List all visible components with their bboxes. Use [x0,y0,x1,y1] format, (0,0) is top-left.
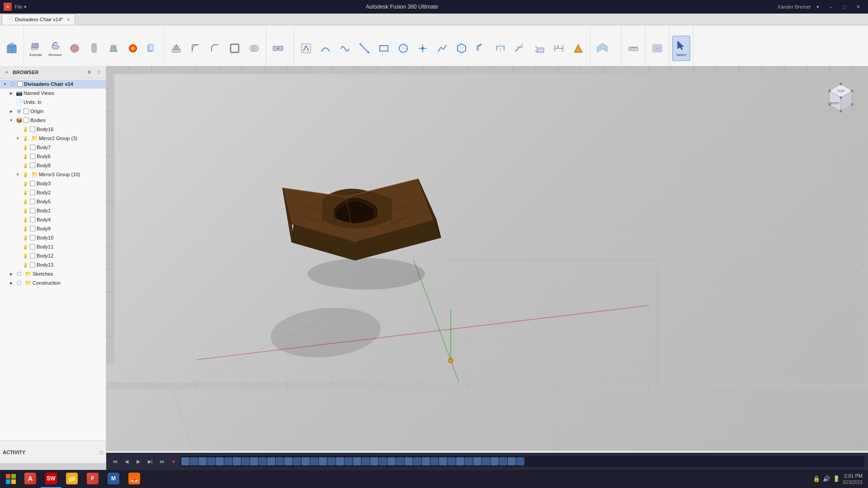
tree-bodies-expand[interactable]: ▼ [8,117,14,123]
press-pull-button[interactable] [167,36,185,61]
menu-file[interactable]: File ▾ [14,4,27,10]
timeline-item[interactable] [259,457,267,465]
tree-body3-checkbox[interactable] [30,181,35,186]
measure-button[interactable] [624,36,642,61]
decal-button[interactable] [648,36,666,61]
tree-mirror2-expand[interactable]: ▼ [14,135,21,141]
timeline-record-button[interactable]: ● [169,456,179,466]
timeline-item[interactable] [456,457,464,465]
tree-body4[interactable]: 💡 Body4 [0,215,106,224]
loft-button[interactable] [104,36,123,61]
timeline-item[interactable] [241,457,250,465]
tree-root[interactable]: ▼ ⬡ Divisadero Chair v14 [0,80,106,89]
arc-button[interactable] [316,36,335,61]
create-sketch-button[interactable] [297,36,315,61]
timeline-item[interactable] [293,457,301,465]
timeline-prev-button[interactable]: ◀ [122,456,132,466]
tree-body3[interactable]: 💡 Body3 [0,179,106,188]
view-cube[interactable]: TOP FRONT [821,77,861,118]
timeline-item[interactable] [473,457,481,465]
mirror-plane-button[interactable] [593,36,611,61]
polygon-button[interactable] [453,36,471,61]
timeline-item[interactable] [430,457,439,465]
tree-named-views[interactable]: ▶ 📷 Named Views [0,89,106,98]
timeline-item[interactable] [267,457,275,465]
tree-root-expand[interactable]: ▼ [2,81,8,87]
tree-body8-checkbox[interactable] [30,163,35,168]
tree-bodies-checkbox[interactable] [24,117,29,123]
timeline-item[interactable] [250,457,258,465]
tree-body1[interactable]: 💡 Body1 [0,206,106,215]
timeline-item[interactable] [353,457,361,465]
extrude-button[interactable]: Extrude [27,36,45,61]
tree-body7-checkbox[interactable] [30,145,35,150]
timeline-item[interactable] [413,457,421,465]
tree-body16[interactable]: ▶ 💡 Body16 [0,125,106,134]
timeline-item[interactable] [482,457,490,465]
tree-mirror2-group[interactable]: ▼ 💡 📁 Mirror2 Group (3) [0,134,106,143]
timeline-item[interactable] [448,457,456,465]
sketch-project-button[interactable] [530,36,548,61]
tree-body5[interactable]: 💡 Body5 [0,197,106,206]
browser-settings-button[interactable]: ⚙ [85,68,93,76]
tree-body6-checkbox[interactable] [30,154,35,159]
timeline-item[interactable] [336,457,344,465]
tree-units[interactable]: ▶ 📄 Units: in [0,98,106,107]
taskbar-fusion-icon2[interactable]: F [82,470,103,488]
tree-body8[interactable]: 💡 Body8 [0,161,106,170]
taskbar-firefox[interactable]: 🦊 [124,470,145,488]
timeline-item[interactable] [198,457,207,465]
tree-named-views-expand[interactable]: ▶ [8,90,14,96]
timeline-item[interactable] [499,457,507,465]
tree-body1-checkbox[interactable] [30,208,35,213]
timeline-item[interactable] [344,457,353,465]
timeline-item[interactable] [319,457,327,465]
timeline-item[interactable] [327,457,335,465]
timeline-item[interactable] [233,457,241,465]
timeline-start-button[interactable]: ⏮ [110,456,120,466]
tree-body10[interactable]: 💡 Body10 [0,233,106,242]
point-button[interactable] [414,36,432,61]
sketch-dimension-button[interactable]: d [550,36,568,61]
spline-button[interactable] [433,36,451,61]
tree-body12-checkbox[interactable] [30,253,35,258]
sphere-button[interactable] [66,36,84,61]
tree-body6[interactable]: 💡 Body6 [0,152,106,161]
model-button[interactable] [3,36,21,61]
timeline-item[interactable] [465,457,473,465]
timeline-item[interactable] [439,457,447,465]
taskbar-explorer[interactable]: 📁 [61,470,82,488]
combine-button[interactable] [245,36,263,61]
tree-root-checkbox[interactable] [17,81,23,87]
timeline-item[interactable] [181,457,189,465]
rectangle-button[interactable] [375,36,393,61]
tree-body13-checkbox[interactable] [30,262,35,267]
appearance-button[interactable] [124,36,142,61]
sketch-line-button[interactable] [355,36,373,61]
revolve-button[interactable]: Revolve [46,36,64,61]
tree-construction[interactable]: ▶ ⬡ 📁 Construction [0,278,106,287]
timeline-item[interactable] [190,457,198,465]
tree-origin-expand[interactable]: ▶ [8,108,14,114]
tab-close-button[interactable]: ✕ [66,17,70,22]
chamfer-button[interactable] [206,36,224,61]
windows-start-button[interactable] [2,470,20,488]
browser-expand-button[interactable]: □ [95,68,103,76]
document-tab[interactable]: 📄 Divisadero Chair v14* ✕ [2,14,75,25]
timeline-item[interactable] [491,457,499,465]
tree-origin[interactable]: ▶ ⊕ Origin [0,107,106,116]
fillet-button[interactable] [187,36,205,61]
tree-body9[interactable]: 💡 Body9 [0,224,106,233]
timeline-item[interactable] [302,457,310,465]
tree-body16-checkbox[interactable] [30,127,35,132]
trim-button[interactable] [511,36,529,61]
tree-origin-checkbox[interactable] [24,108,29,114]
tree-body5-checkbox[interactable] [30,199,35,204]
timeline-item[interactable] [396,457,404,465]
timeline-item[interactable] [310,457,318,465]
maximize-button[interactable]: □ [838,2,851,12]
timeline-play-button[interactable]: ▶ [133,456,143,466]
user-menu-arrow[interactable]: ▾ [816,4,819,10]
timeline-item[interactable] [508,457,516,465]
tree-body2-checkbox[interactable] [30,190,35,195]
